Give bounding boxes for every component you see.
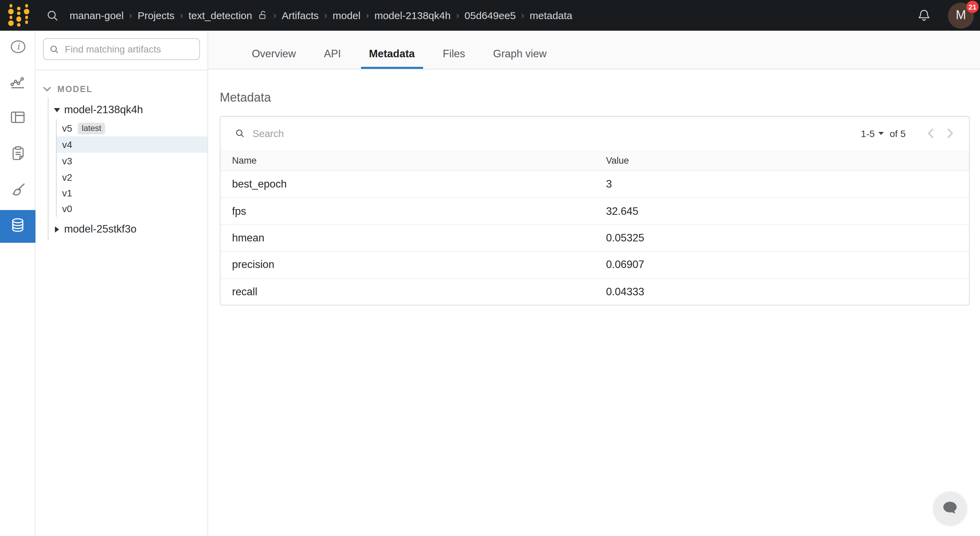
metadata-key: best_epoch <box>232 178 606 190</box>
table-row: best_epoch 3 <box>220 171 969 198</box>
column-header-name: Name <box>232 155 606 165</box>
breadcrumb-collection[interactable]: model-2138qk4h <box>374 10 451 21</box>
table-row: fps 32.645 <box>220 198 969 225</box>
unlock-icon <box>258 10 268 21</box>
avatar[interactable]: M 21 <box>948 2 974 28</box>
version-label: v4 <box>62 139 72 150</box>
metadata-key: fps <box>232 205 606 217</box>
table-search-icon <box>235 128 245 138</box>
pagination: 1-5 of 5 <box>861 128 955 139</box>
breadcrumb-separator: › <box>456 10 459 21</box>
sidebar-item-sweeps[interactable] <box>0 174 35 207</box>
breadcrumb-projects[interactable]: Projects <box>137 10 174 21</box>
breadcrumb-entity[interactable]: manan-goel <box>70 10 124 21</box>
metadata-value: 0.06907 <box>606 259 958 271</box>
page-total: of 5 <box>889 128 905 139</box>
bell-icon[interactable] <box>916 8 932 23</box>
left-icon-rail: i <box>0 31 35 536</box>
table-search-input[interactable] <box>251 127 855 140</box>
tree-section-label: MODEL <box>57 84 92 94</box>
metadata-key: recall <box>232 286 606 298</box>
avatar-initial: M <box>956 8 966 22</box>
find-artifacts-search-icon <box>49 44 59 54</box>
tree-version-v4-selected[interactable]: v4 <box>57 136 207 153</box>
main-content: Metadata 1-5 of 5 <box>208 70 980 536</box>
help-chat-button[interactable] <box>934 492 966 525</box>
artifact-browser-panel: MODEL model-2138qk4h v5 latest v4 v3 v2 … <box>35 31 208 536</box>
chat-bubble-icon <box>941 499 959 517</box>
breadcrumb: manan-goel › Projects › text_detection ›… <box>70 10 572 21</box>
broom-icon <box>9 181 27 201</box>
version-label: v0 <box>62 203 72 214</box>
table-row: hmean 0.05325 <box>220 225 969 252</box>
tab-overview[interactable]: Overview <box>243 40 304 69</box>
database-icon <box>9 216 27 236</box>
breadcrumb-separator: › <box>273 10 277 21</box>
panel-divider <box>35 70 207 70</box>
table-row: recall 0.04333 <box>220 279 969 306</box>
tab-api[interactable]: API <box>316 40 349 69</box>
breadcrumb-artifacts[interactable]: Artifacts <box>282 10 319 21</box>
tree-version-v0[interactable]: v0 <box>35 200 207 217</box>
wandb-logo-icon[interactable] <box>8 5 29 27</box>
metadata-table-card: 1-5 of 5 <box>220 116 970 306</box>
app-window: manan-goel › Projects › text_detection ›… <box>0 0 980 536</box>
metadata-value: 3 <box>606 178 958 190</box>
collection-name: model-25stkf3o <box>64 223 137 235</box>
tree-version-v3[interactable]: v3 <box>35 153 207 169</box>
tree-version-v2[interactable]: v2 <box>35 169 207 186</box>
metadata-key: precision <box>232 259 606 271</box>
breadcrumb-separator: › <box>522 10 525 21</box>
breadcrumb-separator: › <box>180 10 183 21</box>
breadcrumb-version-hash[interactable]: 05d649ee5 <box>465 10 515 21</box>
line-chart-icon <box>9 73 27 94</box>
table-search-row: 1-5 of 5 <box>220 117 969 150</box>
breadcrumb-artifact-type[interactable]: model <box>333 10 361 21</box>
sidebar-item-overview[interactable]: i <box>0 32 35 64</box>
metadata-key: hmean <box>232 232 606 244</box>
info-icon: i <box>8 38 27 58</box>
tree-collection-model-2138qk4h[interactable]: model-2138qk4h <box>35 101 207 118</box>
tree-version-v5[interactable]: v5 latest <box>35 120 207 136</box>
tab-files[interactable]: Files <box>435 40 473 69</box>
page-title: Metadata <box>220 91 980 105</box>
column-header-value: Value <box>606 155 958 165</box>
notification-badge: 21 <box>966 0 978 13</box>
chevron-down-icon <box>43 87 51 92</box>
collection-name: model-2138qk4h <box>64 104 143 116</box>
metadata-value: 0.04333 <box>606 286 958 298</box>
tree-section-model[interactable]: MODEL <box>35 82 207 96</box>
breadcrumb-separator: › <box>324 10 327 21</box>
tab-graph-view[interactable]: Graph view <box>485 40 555 69</box>
breadcrumb-separator: › <box>129 10 132 21</box>
top-navbar: manan-goel › Projects › text_detection ›… <box>0 0 980 31</box>
chevron-left-icon[interactable] <box>928 128 934 138</box>
tree-collection-model-25stkf3o[interactable]: model-25stkf3o <box>35 221 207 237</box>
tree-version-v1[interactable]: v1 <box>35 185 207 201</box>
search-icon[interactable] <box>46 8 59 22</box>
svg-text:i: i <box>16 41 20 51</box>
artifact-search-box <box>43 38 200 60</box>
latest-badge: latest <box>78 122 105 134</box>
table-header-row: Name Value <box>220 150 969 171</box>
metadata-value: 32.645 <box>606 205 958 217</box>
breadcrumb-metadata[interactable]: metadata <box>530 10 572 21</box>
page-range: 1-5 <box>861 128 875 139</box>
metadata-value: 0.05325 <box>606 232 958 244</box>
find-artifacts-input[interactable] <box>64 43 194 55</box>
sidebar-item-charts[interactable] <box>0 67 35 100</box>
tab-metadata[interactable]: Metadata <box>361 40 423 69</box>
sidebar-item-tables[interactable] <box>0 102 35 135</box>
version-label: v3 <box>62 155 72 167</box>
triangle-right-icon <box>53 226 60 232</box>
breadcrumb-separator: › <box>366 10 369 21</box>
chevron-right-icon[interactable] <box>947 128 953 138</box>
version-label: v2 <box>62 172 72 183</box>
version-label: v5 <box>62 123 72 134</box>
page-range-dropdown[interactable]: 1-5 <box>861 128 883 139</box>
artifact-tabs: Overview API Metadata Files Graph view <box>208 31 980 70</box>
breadcrumb-project[interactable]: text_detection <box>188 10 252 21</box>
sidebar-item-reports[interactable] <box>0 138 35 170</box>
table-row: precision 0.06907 <box>220 252 969 279</box>
sidebar-item-artifacts[interactable] <box>0 210 35 243</box>
